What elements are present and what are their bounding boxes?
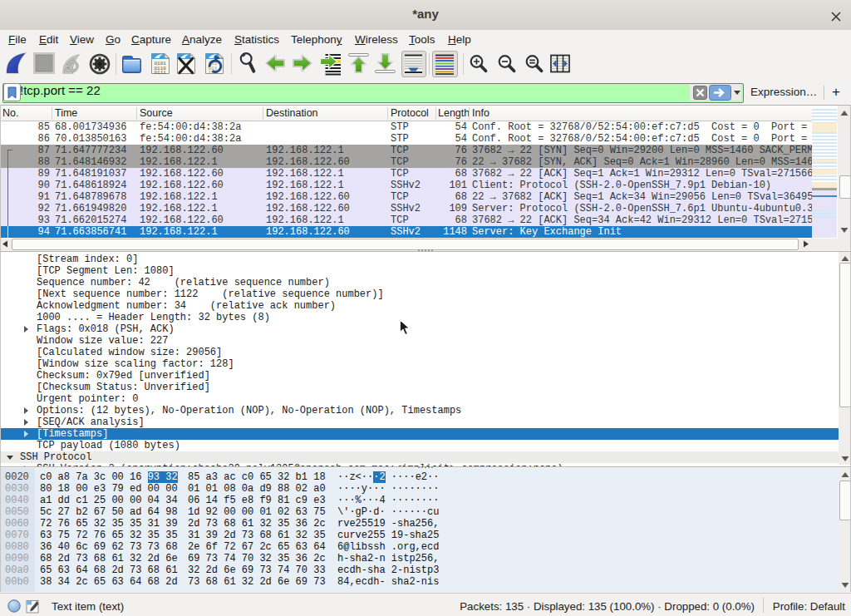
svg-text:0111: 0111 [155, 70, 167, 75]
